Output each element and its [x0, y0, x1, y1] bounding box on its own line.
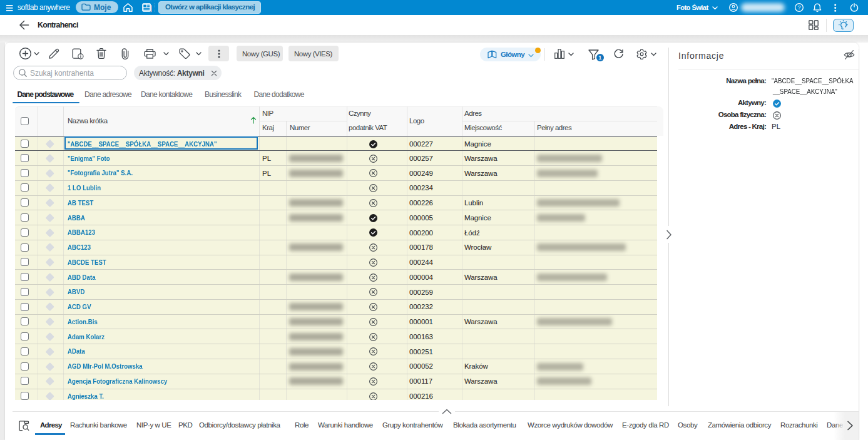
svg-text:?: ? [797, 4, 800, 11]
